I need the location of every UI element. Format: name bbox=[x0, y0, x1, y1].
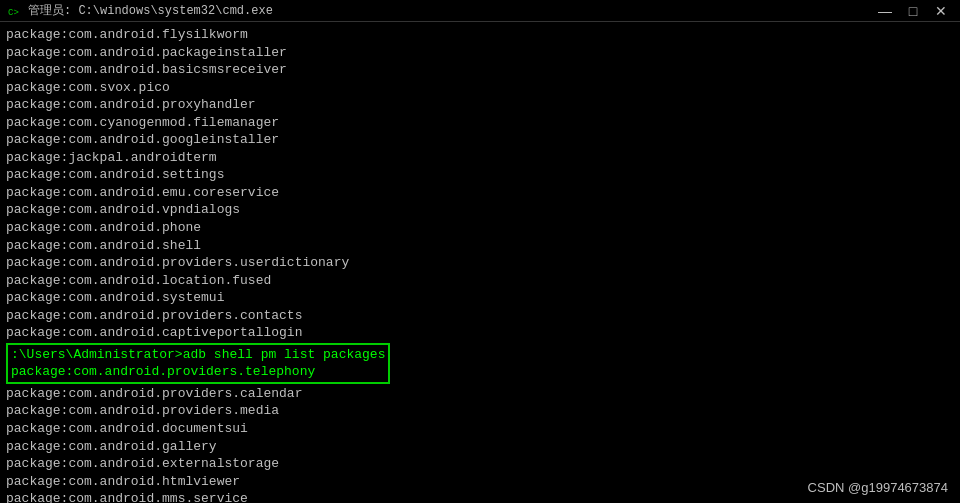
list-item: package:com.android.phone bbox=[6, 219, 954, 237]
list-item: package:com.android.providers.userdictio… bbox=[6, 254, 954, 272]
list-item: package:com.android.shell bbox=[6, 237, 954, 255]
list-item: package:com.android.flysilkworm bbox=[6, 26, 954, 44]
list-item: package:com.android.proxyhandler bbox=[6, 96, 954, 114]
highlight-box: :\Users\Administrator>adb shell pm list … bbox=[6, 343, 390, 384]
title-bar-left: C> 管理员: C:\windows\system32\cmd.exe bbox=[6, 2, 273, 19]
list-item: package:com.android.location.fused bbox=[6, 272, 954, 290]
command-line: :\Users\Administrator>adb shell pm list … bbox=[11, 346, 385, 364]
list-item: package:com.cyanogenmod.filemanager bbox=[6, 114, 954, 132]
list-item: package:com.android.systemui bbox=[6, 289, 954, 307]
list-item: package:com.android.packageinstaller bbox=[6, 44, 954, 62]
list-item: package:com.android.basicsmsreceiver bbox=[6, 61, 954, 79]
list-item: package:com.android.emu.coreservice bbox=[6, 184, 954, 202]
minimize-button[interactable]: — bbox=[872, 2, 898, 20]
svg-text:C>: C> bbox=[8, 8, 19, 18]
title-bar: C> 管理员: C:\windows\system32\cmd.exe — □ … bbox=[0, 0, 960, 22]
list-item: package:com.android.providers.media bbox=[6, 402, 954, 420]
list-item: package:com.android.providers.contacts bbox=[6, 307, 954, 325]
list-item: package:com.android.gallery bbox=[6, 438, 954, 456]
watermark: CSDN @g19974673874 bbox=[808, 480, 948, 495]
list-item: package:com.android.googleinstaller bbox=[6, 131, 954, 149]
list-item: package:jackpal.androidterm bbox=[6, 149, 954, 167]
highlight-section: :\Users\Administrator>adb shell pm list … bbox=[6, 343, 954, 384]
list-item: package:com.android.settings bbox=[6, 166, 954, 184]
window-title: 管理员: C:\windows\system32\cmd.exe bbox=[28, 2, 273, 19]
list-item: package:com.android.documentsui bbox=[6, 420, 954, 438]
close-button[interactable]: ✕ bbox=[928, 2, 954, 20]
maximize-button[interactable]: □ bbox=[900, 2, 926, 20]
list-item: package:com.android.captiveportallogin bbox=[6, 324, 954, 342]
list-item: package:com.android.vpndialogs bbox=[6, 201, 954, 219]
cmd-icon: C> bbox=[6, 3, 22, 19]
list-item: package:com.android.providers.calendar bbox=[6, 385, 954, 403]
list-item: package:com.android.externalstorage bbox=[6, 455, 954, 473]
output-lines: package:com.android.flysilkwormpackage:c… bbox=[6, 26, 954, 342]
result-line: package:com.android.providers.telephony bbox=[11, 363, 385, 381]
terminal-body: package:com.android.flysilkwormpackage:c… bbox=[0, 22, 960, 503]
list-item: package:com.svox.pico bbox=[6, 79, 954, 97]
title-bar-buttons: — □ ✕ bbox=[872, 2, 954, 20]
